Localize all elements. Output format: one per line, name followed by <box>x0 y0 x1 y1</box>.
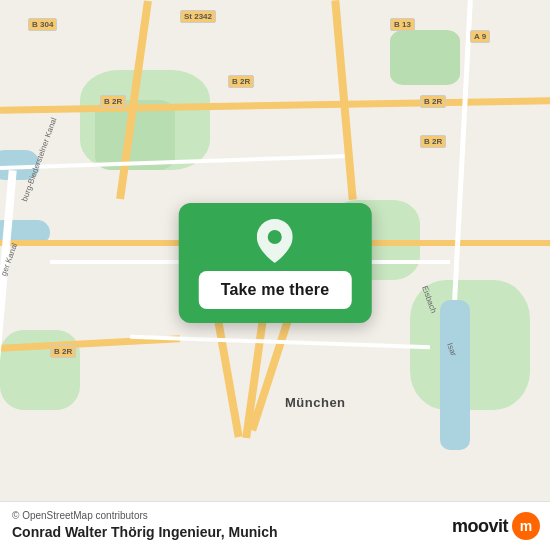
moovit-wordmark: moovit <box>452 516 508 537</box>
label-b2r-tl: B 2R <box>100 95 126 108</box>
location-pin-icon <box>253 219 297 263</box>
label-b2r-tm: B 2R <box>228 75 254 88</box>
map-container: B 304 St 2342 B 13 A 9 B 2R B 2R B 2R B … <box>0 0 550 550</box>
label-a9: A 9 <box>470 30 490 43</box>
popup-card: Take me there <box>179 203 372 323</box>
svg-point-0 <box>268 230 282 244</box>
label-b13: B 13 <box>390 18 415 31</box>
moovit-dot-letter: m <box>520 518 532 534</box>
moovit-dot-icon: m <box>512 512 540 540</box>
moovit-logo: moovit m <box>452 512 540 540</box>
label-b304: B 304 <box>28 18 57 31</box>
label-b2r-r: B 2R <box>420 135 446 148</box>
label-b2r-tr: B 2R <box>420 95 446 108</box>
label-b2r-bl: B 2R <box>50 345 76 358</box>
water-isar <box>440 300 470 450</box>
green-area-6 <box>390 30 460 85</box>
label-st2342: St 2342 <box>180 10 216 23</box>
city-label-munich: München <box>285 395 346 410</box>
take-me-there-button[interactable]: Take me there <box>199 271 352 309</box>
